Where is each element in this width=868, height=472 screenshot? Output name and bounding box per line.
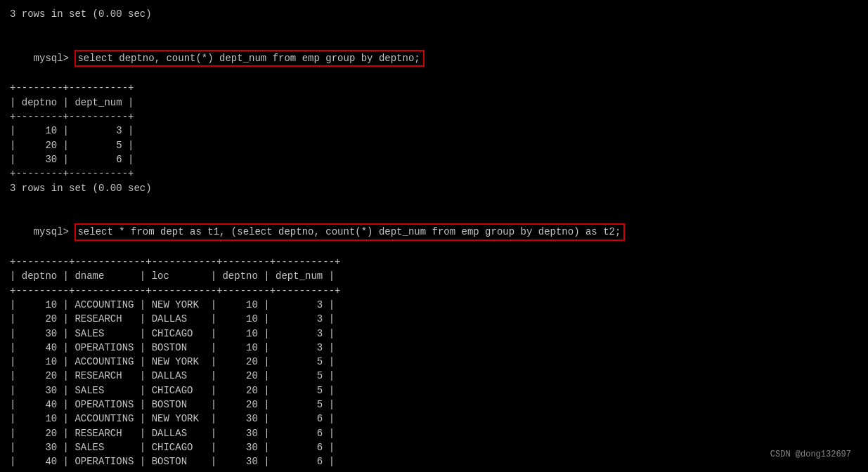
table-row: | 10 | ACCOUNTING | NEW YORK | 30 | 6 |: [10, 412, 858, 426]
table-row: | 40 | OPERATIONS | BOSTON | 20 | 5 |: [10, 398, 858, 412]
sep2-mid: +---------+------------+-----------+----…: [10, 284, 858, 298]
query2-text: select * from dept as t1, (select deptno…: [77, 226, 621, 237]
terminal: 3 rows in set (0.00 sec) mysql> select d…: [10, 7, 858, 465]
table-row: | 30 | SALES | CHICAGO | 30 | 6 |: [10, 440, 858, 454]
sep2-top: +---------+------------+-----------+----…: [10, 255, 858, 269]
header1: | deptno | dept_num |: [10, 96, 858, 110]
prompt-1: mysql>: [34, 53, 75, 64]
sep1-top: +--------+----------+: [10, 81, 858, 95]
blank-2: [10, 195, 858, 209]
blank-1: [10, 21, 858, 35]
table-row: | 40 | OPERATIONS | BOSTON | 30 | 6 |: [10, 454, 858, 468]
table-row: | 20 | RESEARCH | DALLAS | 30 | 6 |: [10, 426, 858, 440]
query1-line: mysql> select deptno, count(*) dept_num …: [10, 36, 858, 81]
result-summary-1: 3 rows in set (0.00 sec): [10, 7, 858, 21]
table-row: | 10 | ACCOUNTING | NEW YORK | 10 | 3 |: [10, 298, 858, 312]
table-row: | 20 | RESEARCH | DALLAS | 20 | 5 |: [10, 369, 858, 383]
sep1-mid: +--------+----------+: [10, 110, 858, 124]
table-row: | 40 | OPERATIONS | BOSTON | 10 | 3 |: [10, 341, 858, 355]
header2: | deptno | dname | loc | deptno | dept_n…: [10, 269, 858, 283]
table-row: | 20 | RESEARCH | DALLAS | 10 | 3 |: [10, 312, 858, 326]
row1-1: | 10 | 3 |: [10, 124, 858, 138]
query1-text: select deptno, count(*) dept_num from em…: [77, 53, 420, 64]
sep2-bot: +---------+------------+-----------+----…: [10, 469, 858, 473]
watermark: CSDN @dong132697: [770, 450, 851, 459]
result-summary-2: 3 rows in set (0.00 sec): [10, 181, 858, 195]
prompt-2: mysql>: [34, 226, 75, 237]
table-row: | 30 | SALES | CHICAGO | 10 | 3 |: [10, 327, 858, 341]
data-rows-container: | 10 | ACCOUNTING | NEW YORK | 10 | 3 ||…: [10, 298, 858, 469]
query2-line: mysql> select * from dept as t1, (select…: [10, 209, 858, 255]
table-row: | 30 | SALES | CHICAGO | 20 | 5 |: [10, 383, 858, 398]
row1-3: | 30 | 6 |: [10, 152, 858, 166]
row1-2: | 20 | 5 |: [10, 138, 858, 152]
sep1-bot: +--------+----------+: [10, 166, 858, 181]
table-row: | 10 | ACCOUNTING | NEW YORK | 20 | 5 |: [10, 355, 858, 369]
